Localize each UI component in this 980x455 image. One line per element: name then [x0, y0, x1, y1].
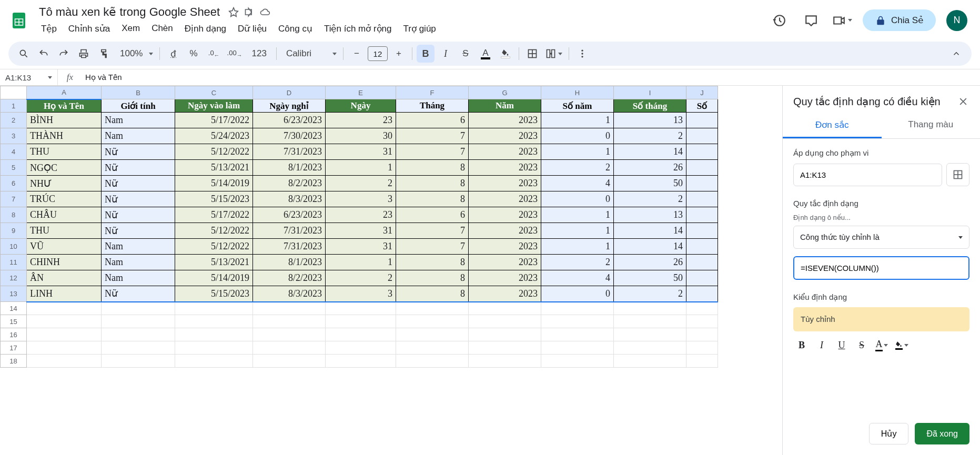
cell[interactable]: 4: [541, 270, 614, 286]
cell[interactable]: [27, 315, 102, 328]
cell[interactable]: 5/13/2021: [175, 255, 253, 270]
cell[interactable]: [686, 341, 718, 355]
cell[interactable]: 8: [396, 176, 469, 191]
cell[interactable]: [326, 328, 396, 341]
cell[interactable]: [614, 302, 686, 315]
cell[interactable]: 8/2/2023: [253, 176, 326, 191]
menu-view[interactable]: Xem: [116, 21, 145, 36]
cell[interactable]: 7/31/2023: [253, 144, 326, 160]
cell[interactable]: [253, 328, 326, 341]
row-header[interactable]: 4: [1, 144, 27, 160]
comment-icon[interactable]: [801, 10, 822, 31]
cell[interactable]: Nữ: [102, 176, 175, 191]
cell[interactable]: [541, 341, 614, 355]
cell[interactable]: [396, 355, 469, 368]
cell[interactable]: [469, 341, 541, 355]
cell[interactable]: 31: [326, 223, 396, 239]
cell[interactable]: [175, 341, 253, 355]
cell[interactable]: [686, 239, 718, 255]
col-header[interactable]: I: [614, 86, 686, 99]
cell[interactable]: [175, 328, 253, 341]
cell[interactable]: [469, 328, 541, 341]
cell[interactable]: [686, 191, 718, 207]
name-box[interactable]: A1:K13: [0, 69, 58, 85]
cell[interactable]: [396, 328, 469, 341]
cell[interactable]: 1: [326, 255, 396, 270]
cell[interactable]: 1: [541, 113, 614, 128]
row-header[interactable]: 15: [1, 315, 27, 328]
cell[interactable]: [27, 355, 102, 368]
sheets-logo[interactable]: [8, 10, 29, 31]
cell[interactable]: 8: [396, 191, 469, 207]
cell[interactable]: [326, 315, 396, 328]
cell[interactable]: [614, 328, 686, 341]
cell[interactable]: [469, 355, 541, 368]
cell[interactable]: [102, 355, 175, 368]
cell[interactable]: CHINH: [27, 255, 102, 270]
select-range-icon[interactable]: [946, 163, 969, 186]
cell[interactable]: THÀNH: [27, 128, 102, 144]
cell[interactable]: 5/15/2023: [175, 191, 253, 207]
cell[interactable]: [253, 341, 326, 355]
cell[interactable]: 5/12/2022: [175, 239, 253, 255]
cell[interactable]: [686, 328, 718, 341]
cell[interactable]: 2023: [469, 207, 541, 223]
cell[interactable]: [27, 328, 102, 341]
share-button[interactable]: Chia Sẻ: [863, 9, 936, 31]
cell[interactable]: 8: [396, 160, 469, 176]
cell[interactable]: 3: [326, 191, 396, 207]
cell[interactable]: 1: [541, 144, 614, 160]
col-header[interactable]: E: [326, 86, 396, 99]
collapse-toolbar-icon[interactable]: [947, 45, 965, 63]
cell[interactable]: [396, 341, 469, 355]
cell[interactable]: 8/2/2023: [253, 270, 326, 286]
more-icon[interactable]: [573, 45, 591, 63]
menu-insert[interactable]: Chèn: [146, 21, 178, 36]
cell[interactable]: [686, 223, 718, 239]
cell[interactable]: 8/1/2023: [253, 255, 326, 270]
cell[interactable]: 5/14/2019: [175, 176, 253, 191]
style-text-color-button[interactable]: A: [873, 337, 890, 353]
italic-button[interactable]: I: [437, 45, 454, 63]
menu-tools[interactable]: Công cụ: [273, 21, 318, 36]
cell[interactable]: 0: [541, 191, 614, 207]
header-cell[interactable]: Giới tính: [102, 99, 175, 113]
cell[interactable]: 6/23/2023: [253, 113, 326, 128]
cell[interactable]: 26: [614, 160, 686, 176]
cell[interactable]: 5/14/2019: [175, 270, 253, 286]
cell[interactable]: 7: [396, 239, 469, 255]
cell[interactable]: [396, 302, 469, 315]
search-icon[interactable]: [15, 45, 33, 63]
cell[interactable]: 7: [396, 223, 469, 239]
menu-extensions[interactable]: Tiện ích mở rộng: [319, 21, 397, 36]
cell[interactable]: [469, 302, 541, 315]
star-icon[interactable]: [228, 7, 239, 17]
cell[interactable]: 2023: [469, 160, 541, 176]
cell[interactable]: ÂN: [27, 270, 102, 286]
cell[interactable]: 14: [614, 144, 686, 160]
print-icon[interactable]: [75, 45, 93, 63]
cell[interactable]: [253, 315, 326, 328]
cell[interactable]: [27, 302, 102, 315]
cell[interactable]: 2: [614, 286, 686, 302]
cloud-icon[interactable]: [260, 7, 270, 17]
cell[interactable]: 5/12/2022: [175, 144, 253, 160]
cell[interactable]: 5/12/2022: [175, 223, 253, 239]
cell[interactable]: Nữ: [102, 191, 175, 207]
cell[interactable]: 0: [541, 286, 614, 302]
cell[interactable]: 31: [326, 144, 396, 160]
cell[interactable]: 2023: [469, 128, 541, 144]
font-select[interactable]: Calibri: [281, 45, 339, 63]
font-size-increase[interactable]: +: [390, 45, 408, 63]
cell[interactable]: Nam: [102, 128, 175, 144]
cell[interactable]: 50: [614, 270, 686, 286]
cell[interactable]: CHÂU: [27, 207, 102, 223]
cell[interactable]: Nữ: [102, 207, 175, 223]
header-cell[interactable]: Số tháng: [614, 99, 686, 113]
cell[interactable]: NGỌC: [27, 160, 102, 176]
cell[interactable]: 26: [614, 255, 686, 270]
header-cell[interactable]: Tháng: [396, 99, 469, 113]
cell[interactable]: [175, 355, 253, 368]
cell[interactable]: 4: [541, 176, 614, 191]
history-icon[interactable]: [769, 10, 790, 31]
